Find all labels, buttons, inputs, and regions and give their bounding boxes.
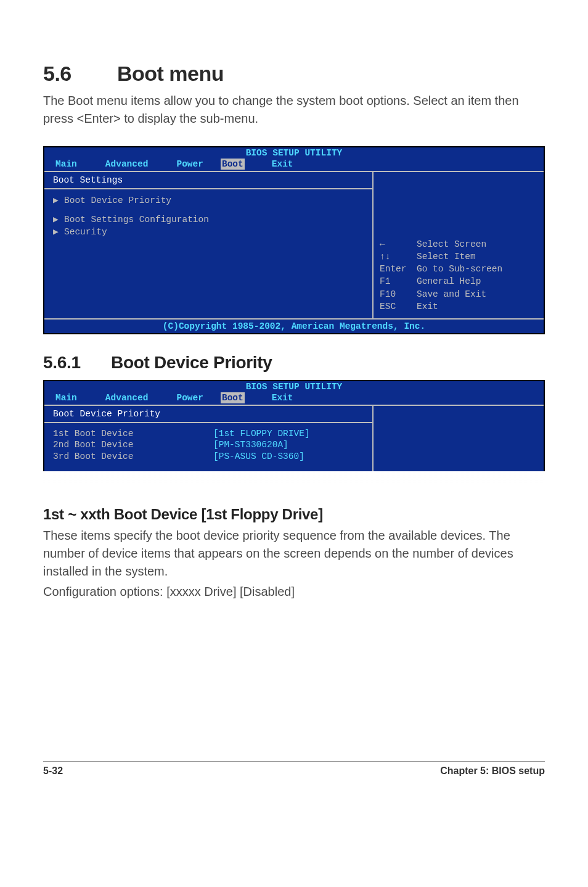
triangle-icon: ▶: [53, 214, 64, 225]
tab-exit[interactable]: Exit: [272, 392, 293, 403]
triangle-icon: ▶: [53, 226, 64, 237]
bios-help-pane: ←Select Screen ↑↓Select Item EnterGo to …: [374, 172, 544, 318]
menu-item-boot-device-priority[interactable]: ▶Boot Device Priority: [53, 194, 366, 207]
subsection-heading: 5.6.1Boot Device Priority: [43, 353, 545, 373]
tab-advanced[interactable]: Advanced: [105, 159, 149, 170]
section-heading: 5.6Boot menu: [43, 62, 545, 86]
tab-main[interactable]: Main: [55, 392, 77, 403]
bios-pane-heading: Boot Device Priority: [44, 406, 372, 423]
tab-exit[interactable]: Exit: [272, 159, 293, 170]
help-key: ESC: [380, 301, 415, 312]
subsection-number: 5.6.1: [43, 353, 111, 373]
boot-device-label: 3rd Boot Device: [53, 451, 213, 462]
help-key: F1: [380, 276, 415, 287]
help-label: General Help: [417, 276, 506, 287]
menu-item-boot-settings-configuration[interactable]: ▶Boot Settings Configuration: [53, 213, 366, 226]
bios-title: BIOS SETUP UTILITY: [246, 382, 343, 392]
boot-device-label: 2nd Boot Device: [53, 439, 213, 450]
chapter-label: Chapter 5: BIOS setup: [440, 765, 545, 777]
bios-screenshot-boot-device-priority: BIOS SETUP UTILITY Main Advanced Power B…: [43, 380, 545, 471]
page-footer: 5-32 Chapter 5: BIOS setup: [43, 761, 545, 777]
tab-main[interactable]: Main: [55, 159, 77, 170]
help-key: ←: [380, 239, 415, 250]
tab-power[interactable]: Power: [176, 392, 203, 403]
help-key: Enter: [380, 263, 415, 274]
bios-tab-bar: Main Advanced Power Boot Exit: [44, 159, 544, 171]
help-label: Select Item: [417, 251, 506, 262]
boot-device-label: 1st Boot Device: [53, 428, 213, 439]
bios-left-pane: Boot Settings ▶Boot Device Priority ▶Boo…: [44, 172, 374, 318]
help-key: ↑↓: [380, 251, 415, 262]
help-label: Save and Exit: [417, 289, 506, 300]
tab-boot[interactable]: Boot: [221, 159, 245, 170]
help-label: Go to Sub-screen: [417, 263, 506, 274]
boot-device-row[interactable]: 3rd Boot Device [PS-ASUS CD-S360]: [53, 451, 366, 462]
menu-item-security[interactable]: ▶Security: [53, 226, 366, 238]
bios-title: BIOS SETUP UTILITY: [246, 148, 343, 158]
help-key: F10: [380, 289, 415, 300]
tab-power[interactable]: Power: [176, 159, 203, 170]
bios-help-pane: [374, 406, 544, 471]
subsection-title: Boot Device Priority: [111, 353, 272, 372]
boot-device-value: [1st FLOPPY DRIVE]: [213, 428, 310, 439]
section-number: 5.6: [43, 62, 117, 86]
bios-screenshot-boot-settings: BIOS SETUP UTILITY Main Advanced Power B…: [43, 146, 545, 334]
bios-pane-heading: Boot Settings: [44, 172, 372, 189]
option-description: These items specify the boot device prio…: [43, 527, 545, 580]
help-label: Exit: [417, 301, 506, 312]
section-intro: The Boot menu items allow you to change …: [43, 92, 545, 128]
tab-advanced[interactable]: Advanced: [105, 392, 149, 403]
clipped-fade: [43, 471, 545, 487]
boot-device-row[interactable]: 1st Boot Device [1st FLOPPY DRIVE]: [53, 428, 366, 439]
bios-tab-bar: Main Advanced Power Boot Exit: [44, 392, 544, 405]
boot-device-value: [PM-ST330620A]: [213, 439, 288, 450]
bios-left-pane: Boot Device Priority 1st Boot Device [1s…: [44, 406, 374, 471]
boot-device-row[interactable]: 2nd Boot Device [PM-ST330620A]: [53, 439, 366, 450]
option-config-options: Configuration options: [xxxxx Drive] [Di…: [43, 583, 545, 601]
triangle-icon: ▶: [53, 195, 64, 206]
tab-boot[interactable]: Boot: [221, 392, 245, 403]
boot-device-value: [PS-ASUS CD-S360]: [213, 451, 304, 462]
bios-copyright: (C)Copyright 1985-2002, American Megatre…: [44, 320, 544, 333]
page-number: 5-32: [43, 765, 63, 777]
help-label: Select Screen: [417, 239, 506, 250]
section-title-text: Boot menu: [117, 62, 224, 85]
option-heading: 1st ~ xxth Boot Device [1st Floppy Drive…: [43, 506, 545, 523]
